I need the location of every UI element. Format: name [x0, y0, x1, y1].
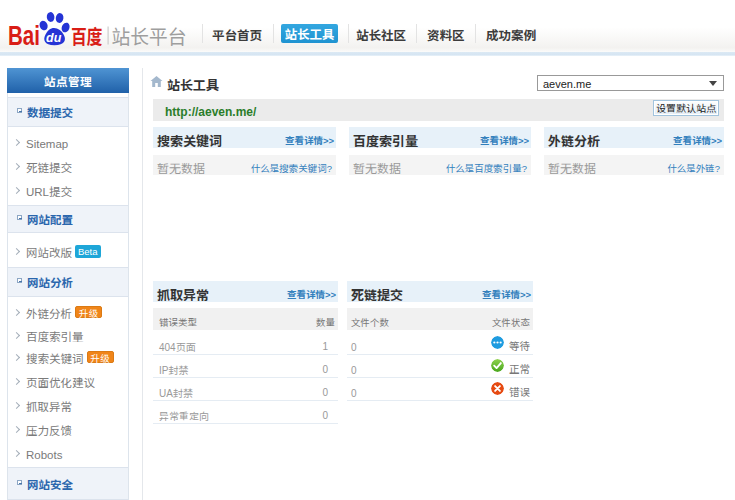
svg-text:百度: 百度	[71, 21, 103, 50]
svg-text:站长平台: 站长平台	[112, 21, 187, 50]
svg-text:Bai: Bai	[8, 20, 40, 51]
svg-text:du: du	[46, 31, 62, 45]
